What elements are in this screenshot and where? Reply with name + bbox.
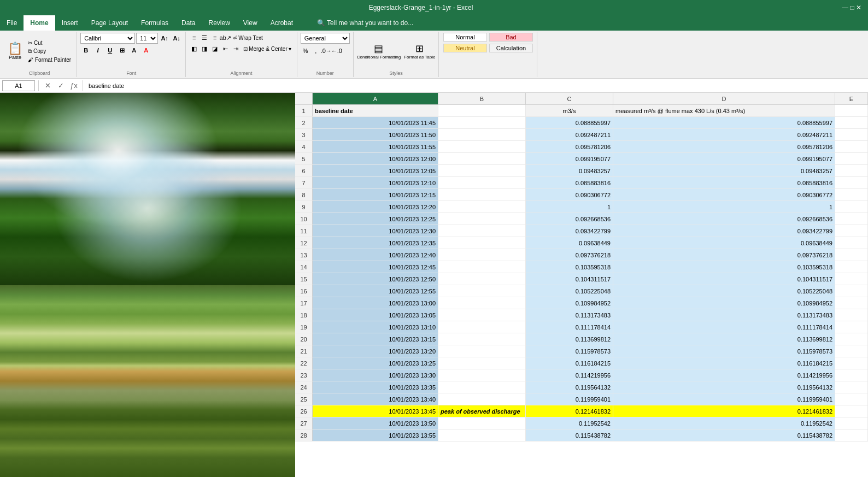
indent-increase-button[interactable]: ⇥ bbox=[231, 44, 241, 54]
cell-16-e[interactable] bbox=[835, 285, 868, 297]
cell-20-a[interactable]: 10/01/2023 13:15 bbox=[313, 333, 438, 345]
cell-15-d[interactable]: 0.104311517 bbox=[613, 273, 835, 285]
merge-center-button[interactable]: ⊡ Merge & Center ▾ bbox=[241, 44, 294, 54]
cell-21-b[interactable] bbox=[438, 345, 526, 357]
row-num-24[interactable]: 24 bbox=[295, 381, 313, 393]
cell-6-d[interactable]: 0.09483257 bbox=[613, 165, 835, 176]
cell-7-d[interactable]: 0.085883816 bbox=[613, 177, 835, 189]
row-num-11[interactable]: 11 bbox=[295, 225, 313, 237]
cell-2-a[interactable]: 10/01/2023 11:45 bbox=[313, 117, 438, 128]
style-calculation-button[interactable]: Calculation bbox=[489, 44, 533, 52]
cell-22-c[interactable]: 0.116184215 bbox=[526, 357, 613, 369]
percent-button[interactable]: % bbox=[301, 46, 310, 56]
cell-13-c[interactable]: 0.097376218 bbox=[526, 249, 613, 261]
cancel-formula-button[interactable]: ✕ bbox=[42, 80, 53, 91]
cell-15-e[interactable] bbox=[835, 273, 868, 285]
row-num-26[interactable]: 26 bbox=[295, 405, 313, 417]
cell-11-b[interactable] bbox=[438, 225, 526, 237]
menu-tell-me[interactable]: 🔍 Tell me what you want to do... bbox=[310, 15, 420, 31]
cell-1-b[interactable] bbox=[438, 105, 526, 116]
cell-18-e[interactable] bbox=[835, 309, 868, 321]
cell-16-d[interactable]: 0.105225048 bbox=[613, 285, 835, 297]
cell-24-a[interactable]: 10/01/2023 13:35 bbox=[313, 381, 438, 393]
cell-16-b[interactable] bbox=[438, 285, 526, 297]
cell-18-d[interactable]: 0.113173483 bbox=[613, 309, 835, 321]
cell-12-e[interactable] bbox=[835, 237, 868, 249]
increase-decimal-button[interactable]: .0→ bbox=[321, 46, 331, 56]
cell-1-d[interactable]: measured m3/s @ flume max 430 L/s (0.43 … bbox=[613, 105, 835, 116]
cell-14-d[interactable]: 0.103595318 bbox=[613, 261, 835, 273]
cell-1-a[interactable]: baseline date bbox=[313, 105, 438, 116]
row-num-19[interactable]: 19 bbox=[295, 321, 313, 333]
row-num-23[interactable]: 23 bbox=[295, 369, 313, 381]
cell-27-d[interactable]: 0.11952542 bbox=[613, 417, 835, 429]
row-num-13[interactable]: 13 bbox=[295, 249, 313, 261]
cell-14-e[interactable] bbox=[835, 261, 868, 273]
cell-2-d[interactable]: 0.088855997 bbox=[613, 117, 835, 128]
cell-3-e[interactable] bbox=[835, 129, 868, 140]
cell-18-a[interactable]: 10/01/2023 13:05 bbox=[313, 309, 438, 321]
menu-page-layout[interactable]: Page Layout bbox=[85, 15, 134, 31]
cell-1-e[interactable] bbox=[835, 105, 868, 116]
cell-reference-input[interactable] bbox=[2, 80, 35, 91]
col-header-c[interactable]: C bbox=[526, 93, 613, 104]
cell-21-c[interactable]: 0.115978573 bbox=[526, 345, 613, 357]
cell-15-c[interactable]: 0.104311517 bbox=[526, 273, 613, 285]
formula-input[interactable] bbox=[86, 80, 866, 91]
cell-20-b[interactable] bbox=[438, 333, 526, 345]
row-num-12[interactable]: 12 bbox=[295, 237, 313, 249]
row-num-16[interactable]: 16 bbox=[295, 285, 313, 297]
align-top-left-button[interactable]: ≡ bbox=[189, 33, 199, 43]
cell-17-a[interactable]: 10/01/2023 13:00 bbox=[313, 297, 438, 309]
row-num-1[interactable]: 1 bbox=[295, 105, 313, 116]
cell-26-a[interactable]: 10/01/2023 13:45 bbox=[313, 405, 438, 417]
cell-23-b[interactable] bbox=[438, 369, 526, 381]
cell-9-c[interactable]: 1 bbox=[526, 201, 613, 213]
row-num-4[interactable]: 4 bbox=[295, 141, 313, 152]
cell-13-b[interactable] bbox=[438, 249, 526, 261]
cell-19-a[interactable]: 10/01/2023 13:10 bbox=[313, 321, 438, 333]
align-right-button[interactable]: ◪ bbox=[210, 44, 220, 54]
cell-28-d[interactable]: 0.115438782 bbox=[613, 429, 835, 441]
paste-button[interactable]: 📋 Paste bbox=[5, 40, 25, 62]
row-num-27[interactable]: 27 bbox=[295, 417, 313, 429]
orientation-button[interactable]: ab↗ bbox=[220, 33, 230, 43]
row-num-28[interactable]: 28 bbox=[295, 429, 313, 441]
cell-23-d[interactable]: 0.114219956 bbox=[613, 369, 835, 381]
cell-3-c[interactable]: 0.092487211 bbox=[526, 129, 613, 140]
cell-20-e[interactable] bbox=[835, 333, 868, 345]
row-num-20[interactable]: 20 bbox=[295, 333, 313, 345]
col-header-a[interactable]: A bbox=[313, 93, 438, 104]
comma-button[interactable]: , bbox=[311, 46, 321, 56]
fill-color-button[interactable]: A bbox=[128, 45, 139, 56]
cell-9-d[interactable]: 1 bbox=[613, 201, 835, 213]
cell-6-e[interactable] bbox=[835, 165, 868, 176]
wrap-text-button[interactable]: ⏎ Wrap Text bbox=[231, 33, 265, 43]
cell-16-a[interactable]: 10/01/2023 12:55 bbox=[313, 285, 438, 297]
cell-28-a[interactable]: 10/01/2023 13:55 bbox=[313, 429, 438, 441]
cell-26-c[interactable]: 0.121461832 bbox=[526, 405, 613, 417]
cell-27-e[interactable] bbox=[835, 417, 868, 429]
border-button[interactable]: ⊞ bbox=[116, 45, 127, 56]
cell-7-e[interactable] bbox=[835, 177, 868, 189]
number-format-select[interactable]: General bbox=[301, 33, 350, 44]
cell-17-d[interactable]: 0.109984952 bbox=[613, 297, 835, 309]
row-num-18[interactable]: 18 bbox=[295, 309, 313, 321]
style-neutral-button[interactable]: Neutral bbox=[443, 44, 487, 52]
format-painter-button[interactable]: 🖌 Format Painter bbox=[26, 56, 73, 63]
cell-19-b[interactable] bbox=[438, 321, 526, 333]
row-num-14[interactable]: 14 bbox=[295, 261, 313, 273]
style-normal-button[interactable]: Normal bbox=[443, 33, 487, 42]
cell-3-a[interactable]: 10/01/2023 11:50 bbox=[313, 129, 438, 140]
cell-22-e[interactable] bbox=[835, 357, 868, 369]
cell-14-b[interactable] bbox=[438, 261, 526, 273]
cell-18-c[interactable]: 0.113173483 bbox=[526, 309, 613, 321]
cell-26-e[interactable] bbox=[835, 405, 868, 417]
cell-7-a[interactable]: 10/01/2023 12:10 bbox=[313, 177, 438, 189]
spreadsheet-body[interactable]: 1 baseline date m3/s measured m3/s @ flu… bbox=[295, 105, 868, 477]
cell-25-d[interactable]: 0.119959401 bbox=[613, 393, 835, 405]
cell-9-b[interactable] bbox=[438, 201, 526, 213]
cell-22-a[interactable]: 10/01/2023 13:25 bbox=[313, 357, 438, 369]
cell-6-c[interactable]: 0.09483257 bbox=[526, 165, 613, 176]
col-header-e[interactable]: E bbox=[835, 93, 868, 104]
